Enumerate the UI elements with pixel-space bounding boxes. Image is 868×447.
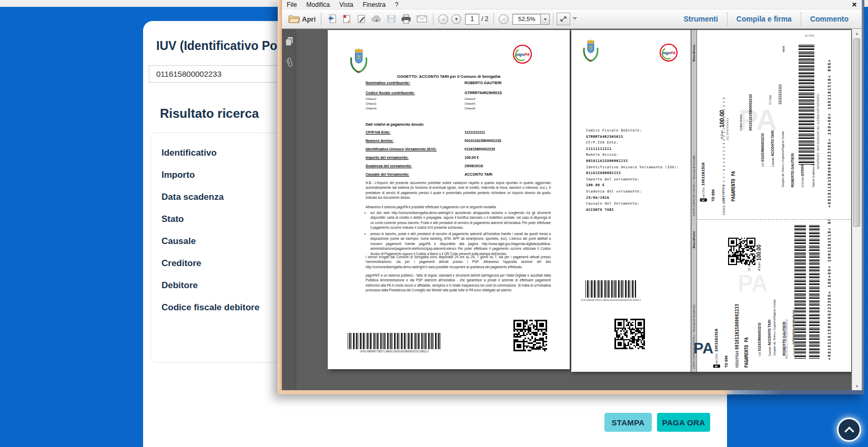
importante-label: IMPORTANTE: NON SCRIVERE NELLA ZONA SOTT… <box>816 94 820 169</box>
edit-sign-button[interactable] <box>354 12 369 26</box>
importo-row: Importo del versamento:100.00 € <box>366 156 555 159</box>
folder-icon <box>288 14 300 24</box>
chevron-down-icon: ▼ <box>573 18 577 21</box>
vertical-barcode <box>809 225 820 359</box>
payment-details-mono: Codice Fiscale Debitore:GTRRRT64R25H501S… <box>586 128 679 213</box>
oggetto-line: OGGETTO: ACCONTO TARI per il Comune di S… <box>328 74 570 79</box>
tab-strumenti[interactable]: Strumenti <box>675 12 727 26</box>
pagamento-pa-label: PAGAMENTO PA <box>731 171 736 201</box>
codice-avviso-value: 001011615800002233 <box>735 304 740 350</box>
pdf-page-2: pagoPA Codice Fiscale Debitore:GTRRRT64R… <box>571 30 851 372</box>
cc-value: 1001181518 <box>701 162 705 186</box>
mono-label: Codice Fiscale Debitore: <box>586 128 642 133</box>
comune-coat-of-arms <box>349 47 369 76</box>
close-icon[interactable]: ✕ <box>852 1 857 8</box>
bullet-sito-web: sul sito web http://comunedisenigallia.d… <box>370 210 551 230</box>
pagopa-logo: pagoPA <box>513 45 532 64</box>
field-value: 29/06/2016 <box>465 164 483 168</box>
amount-value: 100.00 <box>756 245 762 261</box>
causale-row: Causale del Versamento:ACCONTO TARI <box>366 172 555 176</box>
chevron-up-icon <box>844 426 854 436</box>
iuv-value: 011615800002233 <box>761 133 764 161</box>
print-button[interactable] <box>398 12 414 26</box>
barcode-caption: (479) 0080087738271 (8820) 0010116158000… <box>577 299 645 301</box>
scrollbar-down-icon[interactable]: ▼ <box>852 382 862 390</box>
pagopa-logo: pagoPA <box>660 44 678 62</box>
ocr-line: <00101161580000223306> 100+00> 100118151… <box>827 219 832 360</box>
tab-commento[interactable]: Commento <box>801 12 857 26</box>
stampa-button[interactable]: STAMPA <box>604 413 652 432</box>
chiave-label: Chiave1: <box>366 97 465 100</box>
nb-paragraph: N.B.: L'importo del presente documento p… <box>366 180 551 200</box>
create-pdf-button[interactable]: ✶ <box>339 12 354 26</box>
pagopa-arc <box>660 46 675 60</box>
band-label: CONTI CORRENTI POSTALI - Ricevuta di Acc… <box>692 155 695 216</box>
save-button[interactable] <box>385 12 398 26</box>
fit-window-button[interactable] <box>557 13 570 25</box>
vertical-barcode <box>794 225 806 359</box>
scroll-top-button[interactable] <box>837 418 861 442</box>
menu-modifica[interactable]: Modifica <box>301 0 335 9</box>
menu-vista[interactable]: Vista <box>335 0 358 9</box>
field-label: Identificativo Univoco Versamento (IUV): <box>366 147 465 151</box>
toolbar-separator <box>321 13 321 25</box>
field-label: Nominativo contribuente: <box>366 81 465 85</box>
bancoposta-label: BancoPosta <box>692 231 696 248</box>
cloud-upload-button[interactable] <box>369 12 385 26</box>
zoom-out-button[interactable]: − <box>499 14 509 24</box>
toolbar-separator <box>493 13 494 25</box>
scrollbar-thumb[interactable] <box>853 38 860 227</box>
page-number-input[interactable]: 1 <box>465 14 479 25</box>
zoom-dropdown-button[interactable]: ▼ <box>541 14 550 25</box>
bollo-label: BOLLO DELL'UFFICIO POSTALE <box>785 319 788 359</box>
bullet-banche: presso le banche, poste e altri prestato… <box>370 231 551 256</box>
cloud-icon <box>371 14 382 24</box>
cc-label: sul C/Cn. <box>715 353 718 364</box>
menu-finestra[interactable]: Finestra <box>358 0 390 9</box>
pagamento-pa-label: PAGAMENTO PA <box>744 337 749 368</box>
field-value: 11111111111 <box>465 130 485 134</box>
scrollbar-up-icon[interactable]: ▲ <box>852 29 862 37</box>
pagopa-paragraph: pagoPA® è un sistema pubblico - fatto di… <box>366 273 551 293</box>
paga-ora-button[interactable]: PAGA ORA <box>657 413 710 432</box>
open-button[interactable]: Apri <box>286 12 318 26</box>
tab-compila-e-firma[interactable]: Compila e firma <box>728 12 801 26</box>
pa-big-label: PA <box>693 340 713 357</box>
iban-label: CODICE IBAN <box>722 198 725 215</box>
menu-file[interactable]: File <box>282 0 301 9</box>
field-value: 100.00 € <box>465 156 479 159</box>
vertical-scrollbar[interactable]: ▲ ▼ <box>852 29 862 390</box>
causale-label: Causale <box>771 157 774 167</box>
td-label: TD 896 <box>724 355 728 368</box>
export-pdf-button[interactable] <box>325 12 339 26</box>
mono-value: 100.00 € <box>586 183 604 187</box>
menu-help[interactable]: ? <box>390 0 403 9</box>
pagopa-arc <box>513 47 529 63</box>
mono-value: 011615800002233 <box>586 171 621 175</box>
cc-value: 1001181518 <box>714 329 719 352</box>
previous-page-button[interactable]: ▲ <box>438 14 448 24</box>
zoom-level-input[interactable]: 52,5% <box>512 14 541 25</box>
save-icon <box>387 14 396 24</box>
chiave-label: Chiave5: <box>465 102 476 105</box>
modalita-intro: Attraverso il sistema pagoPA è possibile… <box>366 205 551 209</box>
viewer-sidebar <box>282 29 296 390</box>
edit-icon <box>356 14 367 24</box>
mono-label: Identificativo Univoco Versamento (IUV): <box>586 165 679 169</box>
attachments-paperclip-icon[interactable] <box>285 56 294 71</box>
iuv-input-value: 011615800002233 <box>156 69 221 78</box>
next-page-button[interactable]: ▼ <box>451 14 461 24</box>
page-thumbnails-icon[interactable] <box>285 36 294 49</box>
chiavi-row: Chiave3:Chiave6: <box>366 107 551 110</box>
servizi-paragraph: I servizi erogati dal Comune di Senigall… <box>366 255 551 269</box>
field-value: 011615800002233 <box>465 147 495 151</box>
field-label: Scadenza del versamento: <box>366 164 465 168</box>
iban-label: CODICE IBAN <box>736 350 739 368</box>
amount-value: 100.00 <box>719 110 725 128</box>
cf-ente-value: 11111111111 <box>778 84 782 105</box>
chiavi-row: Chiave1:Chiave4: <box>366 97 551 100</box>
email-button[interactable] <box>414 12 430 26</box>
iuv-label: IUV <box>758 352 761 356</box>
zoom-level-value: 52,5% <box>518 16 536 22</box>
more-tools-button[interactable]: ▼ <box>570 12 579 26</box>
